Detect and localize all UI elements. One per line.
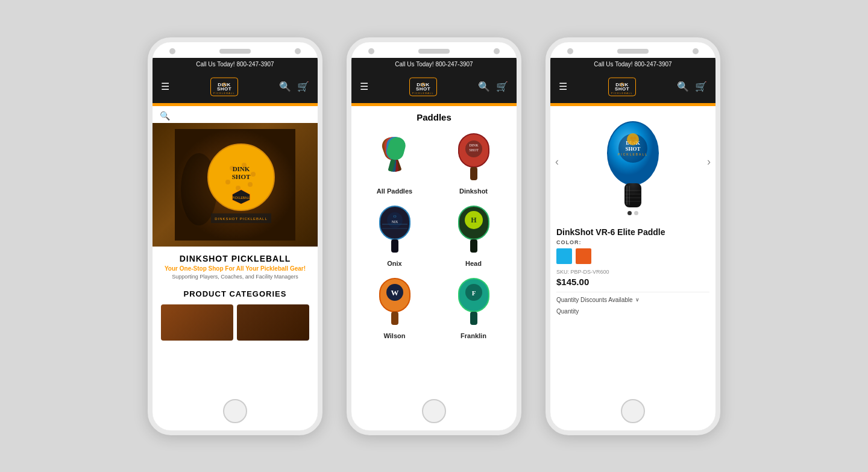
svg-text:F: F xyxy=(471,289,476,297)
svg-text:DINKSHOT PICKLEBALL: DINKSHOT PICKLEBALL xyxy=(215,217,268,221)
hamburger-icon-3[interactable]: ☰ xyxy=(559,81,567,92)
paddle-label-head: Head xyxy=(465,260,482,267)
sku-value: PBP-DS-VR600 xyxy=(571,269,609,275)
paddle-img-franklin: F xyxy=(447,274,501,329)
search-icon-1[interactable]: 🔍 xyxy=(279,81,291,92)
camera-3 xyxy=(567,48,573,54)
product-sku: SKU: PBP-DS-VR600 xyxy=(556,269,709,275)
header-nav-2: ☰ DINK SHOT PICKLEBALL 🔍 🛒 xyxy=(351,71,517,103)
svg-point-12 xyxy=(248,182,253,187)
svg-point-74 xyxy=(627,133,639,145)
carousel-dot-1[interactable] xyxy=(627,211,632,215)
svg-text:H: H xyxy=(471,216,477,224)
color-swatch-blue[interactable] xyxy=(556,248,572,264)
quantity-discounts-row[interactable]: Quantity Discounts Available ∨ xyxy=(556,292,709,303)
logo-area-1: DINK SHOT PICKLEBALL xyxy=(209,75,239,98)
paddle-svg-head: H xyxy=(453,203,495,254)
paddle-label-all: All Paddles xyxy=(377,187,412,195)
hamburger-icon-2[interactable]: ☰ xyxy=(360,81,368,92)
paddle-item-head[interactable]: H Head xyxy=(436,202,511,267)
product-title: DinkShot VR-6 Elite Paddle xyxy=(556,227,709,237)
hamburger-icon-1[interactable]: ☰ xyxy=(161,81,169,92)
paddle-item-wilson[interactable]: W Wilson xyxy=(357,274,432,339)
speaker-2 xyxy=(418,49,450,54)
paddle-img-all xyxy=(368,130,422,184)
hero-subtitle: Your One-Stop Shop For All Your Pickleba… xyxy=(162,265,308,272)
paddles-grid: All Paddles DINK SHOT Dinks xyxy=(357,130,511,339)
svg-rect-52 xyxy=(470,239,477,253)
header-top-bar-2: Call Us Today! 800-247-3907 xyxy=(351,58,517,71)
header-nav-3: ☰ DINK SHOT PICKLEBALL 🔍 🛒 xyxy=(550,71,715,103)
paddle-img-dinkshot: DINK SHOT xyxy=(447,130,501,184)
camera-3b xyxy=(693,48,699,54)
logo-area-2: DINK SHOT PICKLEBALL xyxy=(408,75,438,98)
svg-rect-62 xyxy=(470,312,477,325)
sku-label: SKU: xyxy=(556,269,569,275)
phone-top-bar-1 xyxy=(153,42,318,58)
color-swatch-orange[interactable] xyxy=(576,248,591,264)
phone-bottom-1 xyxy=(153,392,318,430)
phone-content-1: Call Us Today! 800-247-3907 ☰ DINK SHOT … xyxy=(153,58,318,392)
product-image-svg: DINK SHOT PICKLEBALL xyxy=(591,112,675,212)
paddle-img-wilson: W xyxy=(368,274,422,329)
paddle-svg-dinkshot: DINK SHOT xyxy=(453,131,495,182)
paddle-img-onix: O NIX xyxy=(368,202,422,256)
svg-text:SHOT: SHOT xyxy=(469,148,479,152)
categories-section: PRODUCT CATEGORIES xyxy=(153,283,318,347)
svg-point-14 xyxy=(225,180,230,184)
paddle-item-dinkshot[interactable]: DINK SHOT Dinkshot xyxy=(436,130,511,195)
paddle-label-wilson: Wilson xyxy=(384,332,406,339)
search-icon-small[interactable]: 🔍 xyxy=(160,111,170,121)
carousel-next-arrow[interactable]: › xyxy=(705,153,713,171)
svg-text:O: O xyxy=(393,214,396,219)
category-item-1[interactable] xyxy=(161,304,233,341)
svg-text:PICKLEBALL: PICKLEBALL xyxy=(232,196,250,200)
phone-top-bar-2 xyxy=(351,42,517,58)
phone-2: Call Us Today! 800-247-3907 ☰ DINK SHOT … xyxy=(347,37,521,435)
hero-banner: DINK SHOT PICKLEBALL DINKSHOT PICKLEBALL xyxy=(153,123,318,247)
svg-text:PICKLEBALL: PICKLEBALL xyxy=(611,92,633,94)
search-icon-2[interactable]: 🔍 xyxy=(478,81,490,92)
paddle-item-franklin[interactable]: F Franklin xyxy=(436,274,511,339)
search-icon-3[interactable]: 🔍 xyxy=(677,81,689,92)
home-button-3[interactable] xyxy=(621,399,645,423)
chevron-down-icon: ∨ xyxy=(635,297,640,303)
phone-number-1: Call Us Today! 800-247-3907 xyxy=(196,61,274,68)
cart-icon-2[interactable]: 🛒 xyxy=(496,81,508,92)
speaker-1 xyxy=(219,49,251,54)
paddle-label-dinkshot: Dinkshot xyxy=(459,187,488,195)
carousel-dot-2[interactable] xyxy=(634,211,638,215)
svg-rect-79 xyxy=(626,186,627,205)
paddle-img-head: H xyxy=(447,202,501,256)
category-item-2[interactable] xyxy=(237,304,309,341)
home-button-2[interactable] xyxy=(422,399,446,423)
svg-text:SHOT: SHOT xyxy=(416,86,430,92)
categories-title: PRODUCT CATEGORIES xyxy=(161,289,309,298)
svg-point-76 xyxy=(634,136,637,139)
carousel-dots xyxy=(627,211,638,215)
product-carousel: ‹ xyxy=(550,106,715,218)
svg-text:SHOT: SHOT xyxy=(615,86,629,92)
phone-3: Call Us Today! 800-247-3907 ☰ DINK SHOT … xyxy=(546,37,720,435)
paddle-item-all[interactable]: All Paddles xyxy=(357,130,432,195)
camera-2 xyxy=(368,48,374,54)
paddle-label-franklin: Franklin xyxy=(461,332,486,339)
cart-icon-3[interactable]: 🛒 xyxy=(695,81,707,92)
svg-text:PICKLEBALL: PICKLEBALL xyxy=(213,92,235,94)
paddle-item-onix[interactable]: O NIX Onix xyxy=(357,202,432,267)
svg-text:DINK: DINK xyxy=(469,143,479,147)
svg-text:PICKLEBALL: PICKLEBALL xyxy=(412,92,434,94)
svg-point-11 xyxy=(251,172,256,177)
phone-number-3: Call Us Today! 800-247-3907 xyxy=(594,61,671,68)
svg-rect-80 xyxy=(629,186,630,205)
header-top-bar-3: Call Us Today! 800-247-3907 xyxy=(550,58,715,71)
color-swatches xyxy=(556,248,709,264)
cart-icon-1[interactable]: 🛒 xyxy=(297,81,309,92)
phone-bottom-3 xyxy=(550,392,715,430)
svg-text:PICKLEBALL: PICKLEBALL xyxy=(618,153,648,156)
home-button-1[interactable] xyxy=(223,399,247,423)
carousel-prev-arrow[interactable]: ‹ xyxy=(553,153,561,171)
camera-1 xyxy=(169,48,175,54)
header-nav-1: ☰ DINK SHOT PICKLEBALL 🔍 🛒 xyxy=(153,71,318,103)
dinkshot-logo-3: DINK SHOT PICKLEBALL xyxy=(607,75,637,98)
